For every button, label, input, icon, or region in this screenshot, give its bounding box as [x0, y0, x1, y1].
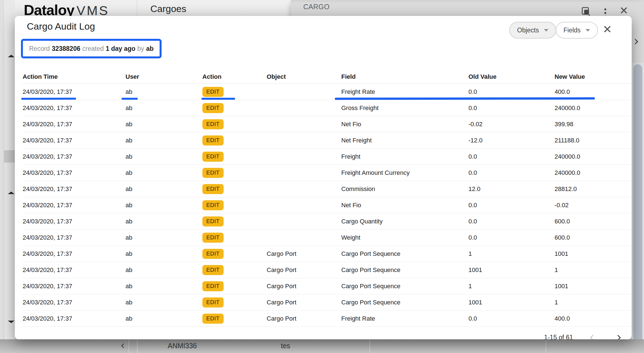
cell-divider [546, 340, 546, 353]
cell-action: EDIT [202, 314, 267, 324]
cell-action: EDIT [202, 184, 267, 194]
cell-old-value: 0.0 [468, 88, 555, 96]
cell-divider [129, 340, 129, 353]
previous-page-icon[interactable] [591, 333, 595, 339]
table-row: 24/03/2020, 17:37 ab EDIT Net Fio -0.02 … [23, 116, 632, 132]
audit-table-body: 24/03/2020, 17:37 ab EDIT Freight Rate 0… [23, 84, 632, 327]
cell-user: ab [126, 283, 202, 290]
cell-action-time: 24/03/2020, 17:37 [23, 202, 126, 209]
scroll-up-icon[interactable] [8, 192, 15, 194]
cell-action: EDIT [202, 168, 267, 178]
cell-action-time: 24/03/2020, 17:37 [23, 266, 126, 274]
collapse-left-icon[interactable] [122, 344, 125, 349]
cell-divider [137, 340, 138, 353]
left-edge-column [0, 0, 4, 353]
edit-action-badge: EDIT [202, 200, 224, 210]
created-label: created [82, 45, 104, 53]
cell-object: Cargo Port [267, 283, 341, 290]
cell-field: Freight Rate [341, 88, 468, 96]
col-action-time: Action Time [23, 73, 126, 80]
table-row: 24/03/2020, 17:37 ab EDIT Cargo Port Car… [23, 246, 632, 262]
cell-user: ab [126, 121, 202, 128]
record-summary-banner: Record 32388206 created 1 day ago by ab [22, 40, 161, 58]
cell-old-value: 12.0 [468, 185, 555, 193]
cell-action-time: 24/03/2020, 17:37 [23, 315, 126, 322]
table-row: 24/03/2020, 17:37 ab EDIT Cargo Port Car… [23, 262, 632, 278]
cell-user: ab [126, 153, 202, 160]
page-title-cargoes: Cargoes [150, 3, 186, 14]
cell-action: EDIT [202, 200, 267, 210]
scroll-down-icon[interactable] [8, 321, 15, 323]
edit-action-badge: EDIT [202, 216, 224, 226]
panel-close-icon[interactable]: ✕ [619, 4, 628, 17]
edit-action-badge: EDIT [202, 152, 224, 162]
cell-object: Cargo Port [267, 266, 341, 274]
col-action: Action [202, 73, 267, 80]
cell-action: EDIT [202, 281, 267, 291]
table-row: 24/03/2020, 17:37 ab EDIT Freight 0.0 24… [23, 149, 632, 165]
cell-action-time: 24/03/2020, 17:37 [23, 283, 126, 290]
cell-field: Weight [341, 234, 468, 241]
cell-action-time: 24/03/2020, 17:37 [23, 169, 126, 176]
dialog-title: Cargo Audit Log [27, 21, 95, 32]
cell-new-value: 1 [555, 299, 632, 306]
cell-field: Cargo Port Sequence [341, 250, 468, 257]
table-row: 24/03/2020, 17:37 ab EDIT Net Fio 0.0 -0… [23, 197, 632, 213]
col-user: User [126, 73, 202, 80]
next-page-icon[interactable] [616, 333, 620, 339]
table-row: 24/03/2020, 17:37 ab EDIT Weight 0.0 600… [23, 230, 632, 246]
cell-old-value: 0.0 [468, 315, 555, 322]
cell-new-value: 600.0 [555, 218, 632, 225]
objects-filter-label: Objects [517, 27, 539, 34]
cell-action: EDIT [202, 103, 267, 113]
cell-field: Freight Rate [341, 315, 468, 322]
cell-new-value: 1 [555, 266, 632, 274]
edit-action-badge: EDIT [202, 119, 224, 129]
annotation-underline [202, 98, 235, 100]
annotation-underline [21, 98, 76, 100]
right-scrollbar-thumb[interactable] [633, 64, 642, 353]
cell-action: EDIT [202, 249, 267, 259]
edit-action-badge: EDIT [202, 135, 224, 146]
cell-user: ab [126, 137, 202, 144]
cell-field: Cargo Port Sequence [341, 299, 468, 306]
cell-field: Net Freight [341, 137, 468, 144]
cell-user: ab [126, 250, 202, 257]
edit-action-badge: EDIT [202, 265, 224, 275]
cell-user: ab [126, 169, 202, 176]
table-row: 24/03/2020, 17:37 ab EDIT Cargo Port Car… [23, 278, 632, 294]
cell-action: EDIT [202, 135, 267, 146]
edit-action-badge: EDIT [202, 103, 224, 113]
cell-old-value: -12.0 [468, 137, 555, 144]
cell-action-time: 24/03/2020, 17:37 [23, 104, 126, 112]
cell-user: ab [126, 234, 202, 241]
cell-action-time: 24/03/2020, 17:37 [23, 299, 126, 306]
table-paginator: 1-15 of 61 [23, 333, 624, 339]
scroll-up-icon[interactable] [8, 55, 15, 57]
cell-new-value: 600.0 [555, 234, 632, 241]
cell-new-value: 399.98 [555, 121, 632, 128]
left-sidebar-strip [4, 0, 15, 353]
background-table-row [0, 339, 644, 353]
cell-new-value: 28812.0 [555, 185, 632, 193]
cell-action-time: 24/03/2020, 17:37 [23, 88, 126, 96]
screen: DataloyVMS Cargoes CARGO ✕ ANMI336 tes C… [0, 0, 644, 353]
cell-new-value: 1001 [555, 250, 632, 257]
cell-action: EDIT [202, 119, 267, 129]
annotation-underline [122, 98, 138, 100]
expand-panel-icon[interactable] [633, 40, 637, 45]
cell-field: Freight [341, 153, 468, 160]
table-row: 24/03/2020, 17:37 ab EDIT Cargo Port Fre… [23, 311, 632, 327]
objects-filter-button[interactable]: Objects [509, 22, 556, 39]
cell-new-value: 240000.0 [555, 153, 632, 160]
col-field: Field [341, 73, 468, 80]
cell-user: ab [126, 185, 202, 193]
close-icon[interactable]: ✕ [603, 24, 612, 35]
pagination-range-label: 1-15 of 61 [544, 333, 573, 339]
table-row: 24/03/2020, 17:37 ab EDIT Cargo Port Car… [23, 294, 632, 311]
cell-old-value: 0.0 [468, 104, 555, 112]
cell-old-value: 0.0 [468, 169, 555, 176]
fields-filter-button[interactable]: Fields [556, 22, 598, 39]
cell-old-value: 1 [468, 283, 555, 290]
cell-action: EDIT [202, 233, 267, 243]
